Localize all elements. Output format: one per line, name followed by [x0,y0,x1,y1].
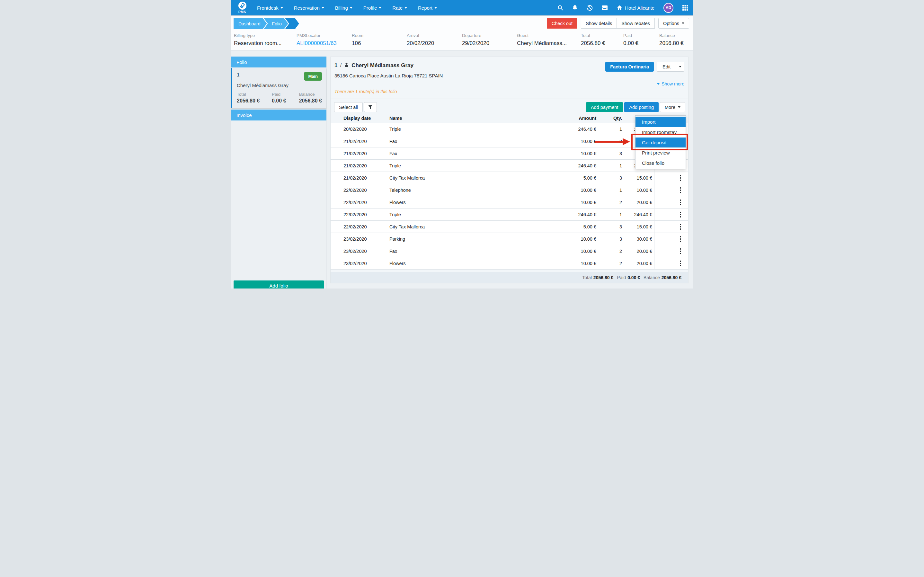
edit-dropdown-toggle[interactable] [676,62,684,71]
chevron-down-icon [379,7,382,9]
nav-item-report[interactable]: Report [412,0,443,15]
info-label: PMSLocator [296,33,352,39]
row-menu-button[interactable] [679,186,683,194]
table-row[interactable]: 22/02/2020City Tax Mallorca5.00 €315.00 … [331,221,688,233]
add-payment-button[interactable]: Add payment [586,102,623,112]
info-value: 0.00 € [623,40,659,47]
nav-item-label: Reservation [294,5,320,11]
info-field-arrival: Arrival20/02/2020 [407,33,462,47]
table-row[interactable]: 22/02/2020Triple246.40 €1246.40 € [331,208,688,221]
cell-qty: 2 [596,200,622,205]
menu-item-print-preview[interactable]: Print preview [636,147,686,158]
nav-item-profile[interactable]: Profile [358,0,387,15]
footer-balance-value: 2056.80 € [662,275,681,280]
inbox-icon[interactable] [602,5,608,11]
chevron-down-icon [404,7,407,9]
table-row[interactable]: 23/02/2020Fax10.00 €220.00 € [331,245,688,257]
cell-qty: 1 [596,163,622,168]
nav-item-billing[interactable]: Billing [330,0,358,15]
show-more-label: Show more [662,81,684,86]
menu-item-get-deposit[interactable]: Get deposit [636,137,686,147]
table-row[interactable]: 21/02/2020Triple246.40 €1246.40 € [331,160,688,172]
info-field-departure: Departure29/02/2020 [462,33,517,47]
info-value: 2056.80 € [581,40,623,47]
check-out-button[interactable]: Check out [547,18,577,29]
pms-locator-link[interactable]: ALI00000051/63 [296,40,352,47]
cell-amount: 246.40 € [542,212,596,217]
table-row[interactable]: 21/02/2020City Tax Mallorca5.00 €315.00 … [331,172,688,184]
postings-table: 20/02/2020Triple246.40 €1246.40 €21/02/2… [331,123,688,269]
invoice-type-button[interactable]: Factura Ordinaria [605,62,654,72]
row-menu-button[interactable] [679,235,683,243]
nav-item-reservation[interactable]: Reservation [288,0,330,15]
options-button[interactable]: Options [658,18,689,29]
top-navbar: PMS FrontdeskReservationBillingProfileRa… [231,0,693,15]
cell-qty: 3 [596,176,622,181]
row-menu-button[interactable] [679,247,683,255]
breadcrumb-dashboard[interactable]: Dashboard [233,18,267,29]
table-row[interactable]: 23/02/2020Flowers10.00 €220.00 € [331,257,688,269]
filter-button[interactable] [364,102,377,112]
menu-item-import-roomstay[interactable]: Import roomstay [636,127,686,137]
table-row[interactable]: 21/02/2020Fax10.00 €220.00 € [331,135,688,147]
info-label: Billing type [234,33,296,39]
cell-date: 23/02/2020 [331,237,379,242]
cell-total: 10.00 € [622,188,654,193]
info-field-balance: Balance2056.80 € [659,33,693,47]
info-label: Total [581,33,623,39]
folio-index: 1 [237,72,239,77]
postings-toolbar: Select all Add payment Add posting More [331,99,688,112]
row-menu-button[interactable] [679,210,683,219]
column-header-displaydate: Display date [331,116,379,121]
cell-date: 21/02/2020 [331,151,379,156]
bell-icon[interactable] [572,5,578,11]
chevron-down-icon [657,83,660,85]
table-row[interactable]: 22/02/2020Flowers10.00 €220.00 € [331,196,688,208]
cell-amount: 246.40 € [542,163,596,168]
sidebar-invoice-header[interactable]: Invoice [231,110,327,121]
history-icon[interactable] [587,5,593,11]
table-row[interactable]: 21/02/2020Fax10.00 €330.00 € [331,147,688,160]
nav-item-rate[interactable]: Rate [387,0,412,15]
row-menu-button[interactable] [679,222,683,231]
edit-button[interactable]: Edit [657,62,676,71]
row-menu-button[interactable] [679,198,683,206]
cell-amount: 5.00 € [542,176,596,181]
select-all-button[interactable]: Select all [334,102,363,112]
info-label: Arrival [407,33,462,39]
cell-actions [654,172,688,184]
hotel-selector[interactable]: Hotel Alicante [617,5,654,11]
nav-item-frontdesk[interactable]: Frontdesk [251,0,288,15]
menu-item-close-folio[interactable]: Close folio [636,158,686,168]
cell-total: 15.00 € [622,176,654,181]
folio-balance-label: Balance [299,92,322,97]
apps-grid-icon[interactable] [683,5,688,11]
cell-qty: 3 [596,151,622,156]
show-more-link[interactable]: Show more [657,81,684,86]
cell-actions [654,221,688,233]
table-row[interactable]: 22/02/2020Telephone10.00 €110.00 € [331,184,688,196]
add-folio-button[interactable]: Add folio [233,280,324,288]
totals-footer: Total2056.80 € Paid0.00 € Balance2056.80… [331,272,688,283]
more-button[interactable]: More [660,102,685,112]
folio-balance-value: 2056.80 € [299,98,322,104]
sidebar-folio-header[interactable]: Folio [231,56,327,68]
add-posting-button[interactable]: Add posting [624,102,658,112]
breadcrumb-folio[interactable]: Folio [264,18,288,29]
guest-heading: 1 / Cheryl Médiamass Gray [335,62,605,69]
folio-card[interactable]: 1 Main Cheryl Médiamass Gray Total 2056.… [231,68,327,108]
info-field-billing-type: Billing typeReservation room... [234,33,296,47]
cell-name: Fax [379,151,542,156]
reservation-info-row: Billing typeReservation room...PMSLocato… [231,33,693,48]
menu-item-import[interactable]: Import [636,117,686,127]
table-row[interactable]: 20/02/2020Triple246.40 €1246.40 € [331,123,688,135]
row-menu-button[interactable] [679,259,683,268]
show-details-button[interactable]: Show details [581,18,617,29]
search-icon[interactable] [557,5,563,11]
info-value: Reservation room... [234,40,296,47]
table-row[interactable]: 23/02/2020Parking10.00 €330.00 € [331,233,688,245]
avatar[interactable]: AD [663,3,673,13]
show-rebates-button[interactable]: Show rebates [617,18,655,29]
cell-total: 15.00 € [622,224,654,229]
row-menu-button[interactable] [679,174,683,182]
